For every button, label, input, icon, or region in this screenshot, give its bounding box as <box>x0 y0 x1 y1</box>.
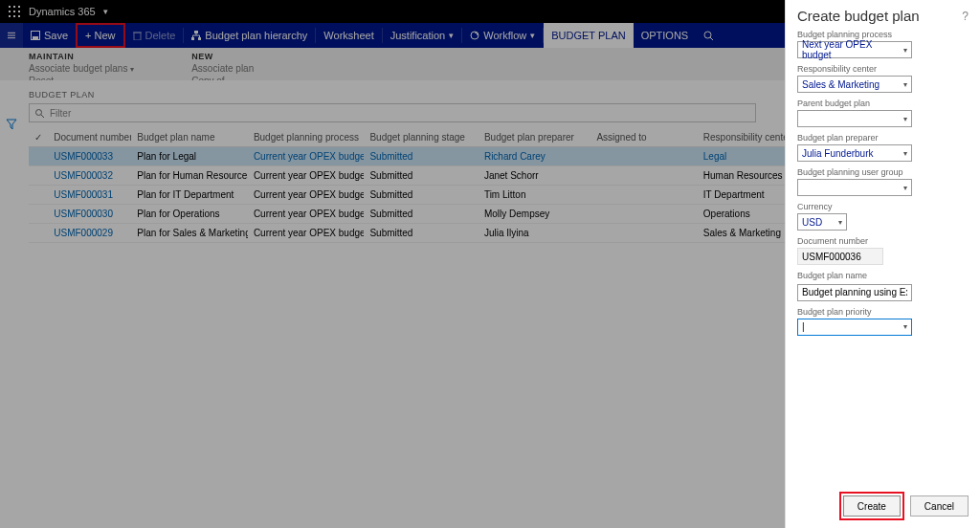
planname-input[interactable] <box>797 284 912 301</box>
stage-cell: Submitted <box>364 186 479 205</box>
plan-name-cell: Plan for Legal <box>131 147 248 166</box>
maintain-header: MAINTAIN <box>29 52 134 61</box>
table-row[interactable]: USMF000030Plan for OperationsCurrent yea… <box>29 205 785 224</box>
options-tab[interactable]: OPTIONS <box>634 23 697 48</box>
process-cell: Current year OPEX budget <box>248 147 365 166</box>
svg-rect-18 <box>198 37 201 40</box>
column-plan-name[interactable]: Budget plan name <box>131 128 248 147</box>
preparer-select[interactable]: Julia Funderburk ▾ <box>797 144 912 162</box>
doc-number-cell[interactable]: USMF000032 <box>48 166 131 186</box>
justification-label: Justification <box>390 30 445 41</box>
filter-input[interactable]: Filter <box>29 103 756 122</box>
responsibility-cell: Sales & Marketing <box>698 224 785 243</box>
filter-placeholder: Filter <box>50 108 71 119</box>
svg-rect-6 <box>9 15 11 17</box>
filter-pane-icon[interactable] <box>6 119 23 130</box>
svg-rect-14 <box>134 33 141 40</box>
budget-plan-tab[interactable]: BUDGET PLAN <box>544 23 633 48</box>
chevron-down-icon: ▾ <box>903 322 907 331</box>
preparer-cell: Tim Litton <box>479 186 590 205</box>
svg-rect-8 <box>18 15 20 17</box>
budget-plan-grid: ✓ Document number↓ Budget plan name Budg… <box>29 128 785 243</box>
search-icon <box>35 109 44 118</box>
create-budget-plan-panel: Create budget plan ? Budget planning pro… <box>785 0 980 528</box>
assigned-cell <box>590 205 697 224</box>
process-cell: Current year OPEX budget <box>248 205 365 224</box>
usergroup-select[interactable]: ▾ <box>797 179 912 196</box>
justification-button[interactable]: Justification ▾ <box>383 23 461 48</box>
column-assigned-to[interactable]: Assigned to <box>590 128 697 147</box>
associate-plan-link[interactable]: Associate plan <box>191 63 254 74</box>
currency-select[interactable]: USD ▾ <box>797 213 847 231</box>
table-row[interactable]: USMF000029Plan for Sales & MarketingCurr… <box>29 224 785 243</box>
column-process[interactable]: Budget planning process <box>248 128 365 147</box>
budget-plan-tab-label: BUDGET PLAN <box>551 30 625 41</box>
column-stage[interactable]: Budget planning stage <box>364 128 479 147</box>
doc-number-cell[interactable]: USMF000029 <box>48 224 131 243</box>
responsibility-label: Responsibility center <box>797 64 969 74</box>
table-row[interactable]: USMF000033Plan for LegalCurrent year OPE… <box>29 147 785 166</box>
search-button[interactable] <box>696 23 722 48</box>
stage-cell: Submitted <box>364 205 479 224</box>
save-button[interactable]: Save <box>23 23 76 48</box>
priority-label: Budget plan priority <box>797 307 969 317</box>
process-cell: Current year OPEX budget <box>248 224 365 243</box>
responsibility-cell: Operations <box>698 205 785 224</box>
process-select[interactable]: Next year OPEX budget ▾ <box>797 41 912 58</box>
table-row[interactable]: USMF000032Plan for Human ResourcesCurren… <box>29 166 785 186</box>
svg-rect-7 <box>13 15 15 17</box>
panel-title: Create budget plan <box>797 8 920 24</box>
workflow-button[interactable]: Workflow ▾ <box>462 23 543 48</box>
svg-point-20 <box>704 32 711 38</box>
parent-plan-select[interactable]: ▾ <box>797 110 912 127</box>
stage-cell: Submitted <box>364 166 479 186</box>
usergroup-label: Budget planning user group <box>797 167 969 177</box>
docnum-label: Document number <box>797 236 969 246</box>
assigned-cell <box>590 224 697 243</box>
create-button[interactable]: Create <box>843 495 901 517</box>
planname-label: Budget plan name <box>797 271 969 280</box>
cancel-button[interactable]: Cancel <box>910 495 969 517</box>
svg-rect-5 <box>18 11 20 12</box>
currency-label: Currency <box>797 202 969 211</box>
svg-line-21 <box>710 37 713 40</box>
app-launcher-icon[interactable] <box>6 3 23 20</box>
worksheet-button[interactable]: Worksheet <box>316 23 381 48</box>
doc-number-cell[interactable]: USMF000031 <box>48 186 131 205</box>
chevron-down-icon: ▾ <box>903 184 907 192</box>
responsibility-select[interactable]: Sales & Marketing ▾ <box>797 76 912 93</box>
doc-number-cell[interactable]: USMF000030 <box>48 205 131 224</box>
svg-rect-2 <box>18 6 20 8</box>
column-select[interactable]: ✓ <box>29 128 48 147</box>
delete-button[interactable]: Delete <box>125 23 184 48</box>
assigned-cell <box>590 186 697 205</box>
options-label: OPTIONS <box>641 30 689 41</box>
section-title: BUDGET PLAN <box>29 90 785 99</box>
brand-label[interactable]: Dynamics 365 <box>29 6 96 17</box>
plan-name-cell: Plan for IT Department <box>131 186 248 205</box>
responsibility-cell: IT Department <box>698 186 785 205</box>
new-header: NEW <box>191 52 254 61</box>
hierarchy-button[interactable]: Budget plan hierarchy <box>184 23 315 48</box>
column-preparer[interactable]: Budget plan preparer <box>479 128 590 147</box>
table-row[interactable]: USMF000031Plan for IT DepartmentCurrent … <box>29 186 785 205</box>
column-document-number[interactable]: Document number↓ <box>48 128 131 147</box>
plus-icon: + <box>85 30 91 41</box>
svg-rect-4 <box>13 11 15 12</box>
doc-number-cell[interactable]: USMF000033 <box>48 147 131 166</box>
new-button[interactable]: + New <box>76 23 124 48</box>
svg-line-23 <box>41 115 44 118</box>
column-responsibility[interactable]: Responsibility center <box>698 128 785 147</box>
chevron-down-icon: ▾ <box>903 115 907 123</box>
assigned-cell <box>590 147 697 166</box>
help-icon[interactable]: ? <box>962 10 969 23</box>
workflow-label: Workflow <box>483 30 526 41</box>
chevron-down-icon[interactable]: ▾ <box>103 7 108 16</box>
associate-budget-plans-link[interactable]: Associate budget plans ▾ <box>29 63 134 74</box>
preparer-cell: Julia Ilyina <box>479 224 590 243</box>
chevron-down-icon: ▾ <box>130 65 134 74</box>
stage-cell: Submitted <box>364 224 479 243</box>
priority-select[interactable]: | ▾ <box>797 319 912 336</box>
process-label: Budget planning process <box>797 30 969 39</box>
hamburger-icon[interactable] <box>0 23 23 48</box>
